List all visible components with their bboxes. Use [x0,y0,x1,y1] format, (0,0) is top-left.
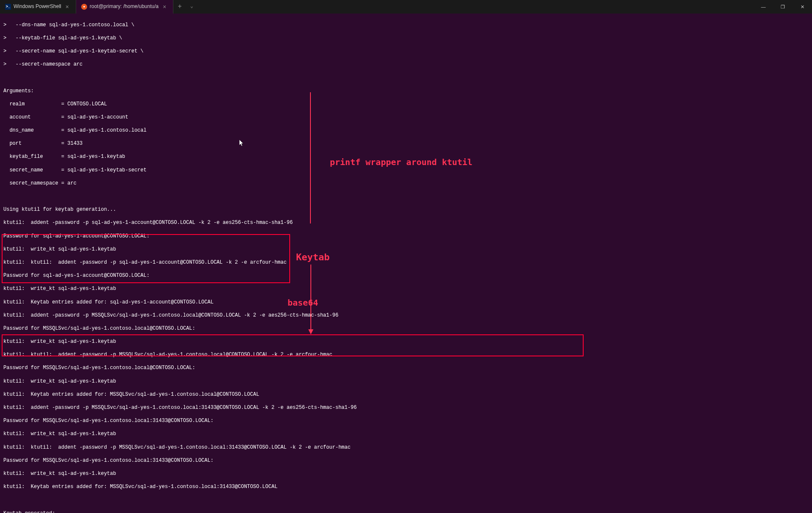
powershell-icon: >_ [5,4,11,10]
keytab-generated: Keytab generated: [3,510,809,513]
arrow-head-2 [308,329,313,334]
ubuntu-icon: ● [81,4,87,10]
annotation-base64: base64 [288,297,318,308]
arg-1: account = sql-ad-yes-1-account [3,114,809,121]
ktutil-17: ktutil: write_kt sql-ad-yes-1.keytab [3,431,809,438]
arrow-line-2 [310,265,311,330]
maximize-button[interactable]: ❐ [773,0,793,14]
annotation-keytab: Keytab [296,251,329,264]
annotation-printf: printf wrapper around ktutil [330,157,472,168]
ktutil-9: Password for MSSQLSvc/sql-ad-yes-1.conto… [3,325,809,332]
ktutil-20: ktutil: write_kt sql-ad-yes-1.keytab [3,471,809,477]
tabs: >_ Windows PowerShell × ● root@primary: … [0,0,198,14]
new-tab-button[interactable]: + [173,3,186,11]
cmd-arg-3: > --secret-namespace arc [3,61,809,68]
tab-close-1[interactable]: × [161,3,168,11]
ktutil-16: Password for MSSQLSvc/sql-ad-yes-1.conto… [3,418,809,425]
ktutil-1: ktutil: addent -password -p sql-ad-yes-1… [3,220,809,226]
arg-6: secret_namespace = arc [3,180,809,187]
titlebar: >_ Windows PowerShell × ● root@primary: … [0,0,812,14]
ktutil-7: ktutil: Keytab entries added for: sql-ad… [3,299,809,306]
tab-close-0[interactable]: × [64,3,71,11]
arg-5: secret_name = sql-ad-yes-1-keytab-secret [3,167,809,174]
tab-title-0: Windows PowerShell [14,3,61,10]
ktutil-0: Using ktutil for keytab generation... [3,207,809,213]
ktutil-15: ktutil: addent -password -p MSSQLSvc/sql… [3,405,809,411]
arg-3: port = 31433 [3,141,809,147]
ktutil-13: ktutil: write_kt sql-ad-yes-1.keytab [3,378,809,385]
cmd-arg-1: > --keytab-file sql-ad-yes-1.keytab \ [3,35,809,42]
arguments-header: Arguments: [3,88,809,95]
ktutil-19: Password for MSSQLSvc/sql-ad-yes-1.conto… [3,458,809,464]
window-controls: — ❐ ✕ [754,0,812,14]
keytab-highlight-box [2,234,290,283]
ktutil-12: Password for MSSQLSvc/sql-ad-yes-1.conto… [3,365,809,372]
ktutil-18: ktutil: ktutil: addent -password -p MSSQ… [3,444,809,451]
mouse-cursor-icon [239,140,244,149]
cmd-arg-2: > --secret-name sql-ad-yes-1-keytab-secr… [3,48,809,55]
tab-ubuntu[interactable]: ● root@primary: /home/ubuntu/a × [76,0,173,14]
close-button[interactable]: ✕ [793,0,812,14]
vertical-line-1 [310,92,311,223]
tab-dropdown-button[interactable]: ⌄ [186,3,198,10]
ktutil-14: ktutil: Keytab entries added for: MSSQLS… [3,392,809,398]
tab-title-1: root@primary: /home/ubuntu/a [90,3,159,10]
ktutil-6: ktutil: write_kt sql-ad-yes-1.keytab [3,286,809,292]
arg-0: realm = CONTOSO.LOCAL [3,101,809,108]
ktutil-21: ktutil: Keytab entries added for: MSSQLS… [3,484,809,491]
arg-2: dns_name = sql-ad-yes-1.contoso.local [3,127,809,134]
minimize-button[interactable]: — [754,0,773,14]
base64-highlight-box [2,334,584,356]
cmd-arg-0: > --dns-name sql-ad-yes-1.contoso.local … [3,22,809,29]
tab-powershell[interactable]: >_ Windows PowerShell × [0,0,76,14]
ktutil-8: ktutil: addent -password -p MSSQLSvc/sql… [3,312,809,319]
